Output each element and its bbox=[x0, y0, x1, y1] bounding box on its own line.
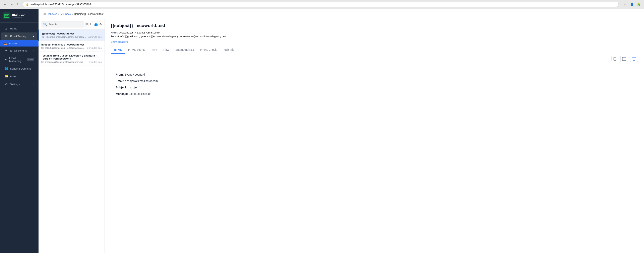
soon-badge: soon bbox=[27, 58, 34, 61]
message-item-1[interactable]: {{subject}} | ecoworld.test to: <ittoufi… bbox=[38, 30, 104, 41]
tablet-view-button[interactable] bbox=[620, 56, 628, 62]
main-content: ☰ Inboxes › My Inbox › {{subject}} | eco… bbox=[38, 9, 644, 253]
desktop-icon bbox=[632, 57, 636, 61]
profile-button[interactable]: 👤 bbox=[629, 1, 635, 7]
browser-chrome: ← → ↻ 🔒 mailtrap.io/inboxes/2569226/mess… bbox=[0, 0, 644, 9]
email-content-email-value: qesajewa@mailinator.com bbox=[125, 79, 158, 83]
message-meta-2: to: <ittoufiq@gmail.com, lozo@mailinato.… bbox=[41, 47, 102, 49]
sidebar-item-inboxes-label: Inboxes bbox=[8, 42, 18, 45]
inbox-icon: 📥 bbox=[4, 42, 7, 45]
email-field-subject: Subject: {{subject}} bbox=[116, 86, 633, 89]
message-to-3: to: <reservas@ecoworldtravelagency.pe> bbox=[41, 61, 84, 63]
search-input[interactable] bbox=[48, 23, 82, 26]
refresh-button[interactable]: ↻ bbox=[15, 1, 21, 7]
sidebar-item-email-testing[interactable]: ✉ Email Testing ▾ bbox=[1, 32, 37, 40]
svg-point-4 bbox=[624, 60, 624, 60]
email-sending-icon: ✈ bbox=[4, 49, 8, 52]
tab-html-source[interactable]: HTML Source bbox=[125, 46, 149, 54]
email-field-message: Mensaje: Est perspiciatis es bbox=[116, 92, 633, 95]
logo-text: mailtrap by railsware bbox=[12, 13, 24, 18]
message-time-1: a minute ago bbox=[88, 36, 102, 38]
chevron-down-icon: ▾ bbox=[33, 35, 34, 38]
list-settings-button[interactable]: ⚙ bbox=[99, 21, 102, 27]
email-to: To: <ittoufiq@gmail.com, gerencia@ecowor… bbox=[111, 35, 638, 38]
sidebar-item-sending-domains[interactable]: 🌐 Sending Domains bbox=[1, 65, 37, 72]
breadcrumb-my-inbox-link[interactable]: My Inbox bbox=[60, 12, 71, 15]
content-area: 🔍 ✉ ↻ 👥 ⚙ {{subject}} | ecoworld.test to… bbox=[38, 19, 644, 253]
message-subject-1: {{subject}} | ecoworld.test bbox=[42, 32, 102, 35]
menu-toggle-button[interactable]: ☰ bbox=[42, 11, 47, 16]
email-body: From: Sydney Leonard Email: qesajewa@mai… bbox=[105, 64, 644, 253]
tab-tech-info[interactable]: Tech Info bbox=[220, 46, 238, 54]
billing-chevron-icon: › bbox=[33, 75, 34, 78]
forward-button[interactable]: → bbox=[9, 1, 14, 7]
email-marketing-icon: ✦ bbox=[4, 58, 7, 61]
sidebar-item-email-sending-label: Email Sending bbox=[10, 49, 28, 52]
breadcrumb-sep-1: › bbox=[58, 12, 59, 15]
refresh-messages-button[interactable]: ↻ bbox=[90, 21, 93, 27]
app-layout: mailtrap by railsware ⌂ Home ✉ Email Tes… bbox=[0, 9, 644, 253]
email-field-email: Email: qesajewa@mailinator.com bbox=[116, 79, 633, 83]
tab-spam-analysis[interactable]: Spam Analysis bbox=[172, 46, 197, 54]
mailtrap-logo-icon bbox=[3, 12, 10, 19]
email-content-subject-value: {{subject}} bbox=[128, 86, 140, 89]
sidebar-nav: ⌂ Home ✉ Email Testing ▾ 📥 Inboxes ✈ Ema… bbox=[0, 23, 38, 253]
settings-icon: ⚙ bbox=[4, 82, 8, 86]
message-item-2[interactable]: In ut est omnis cup | ecoworld.test to: … bbox=[38, 41, 104, 52]
tab-raw[interactable]: Raw bbox=[160, 46, 172, 54]
from-label: From: bbox=[111, 31, 118, 34]
sidebar-item-email-testing-label: Email Testing bbox=[10, 35, 26, 38]
extensions-button[interactable]: 🧩 bbox=[636, 1, 642, 7]
browser-actions: ☆ 👤 🧩 bbox=[622, 1, 642, 7]
search-icon: 🔍 bbox=[43, 22, 47, 26]
tab-html-check[interactable]: HTML Check bbox=[197, 46, 220, 54]
to-value: <ittoufiq@gmail.com, gerencia@ecoworldtr… bbox=[115, 35, 226, 38]
email-content-box: From: Sydney Leonard Email: qesajewa@mai… bbox=[111, 68, 638, 108]
message-meta-3: to: <reservas@ecoworldtravelagency.pe> 4… bbox=[41, 61, 102, 63]
sidebar-item-home[interactable]: ⌂ Home bbox=[1, 25, 37, 32]
email-tabs: HTML HTML Source Text Raw Spam Analysis … bbox=[111, 46, 638, 54]
sidebar-item-email-marketing[interactable]: ✦ Email Marketing soon bbox=[1, 54, 37, 64]
email-content-message-label: Mensaje: bbox=[116, 92, 128, 95]
email-content-email-label: Email: bbox=[116, 79, 124, 83]
to-label: To: bbox=[111, 35, 114, 38]
logo-main-text: mailtrap bbox=[12, 13, 24, 16]
email-header: {{subject}} | ecoworld.test From: ecowor… bbox=[105, 19, 644, 54]
view-controls bbox=[105, 54, 644, 62]
from-value: ecoworld.test <ittoufiq@gmail.com> bbox=[119, 31, 160, 34]
email-viewer: {{subject}} | ecoworld.test From: ecowor… bbox=[105, 19, 644, 253]
sidebar-item-inboxes[interactable]: 📥 Inboxes bbox=[0, 40, 38, 46]
email-from: From: ecoworld.test <ittoufiq@gmail.com> bbox=[111, 31, 638, 34]
sidebar-item-settings[interactable]: ⚙ Settings › bbox=[1, 80, 37, 88]
message-subject-3: Test mail from Cusco: Diversión y aventu… bbox=[41, 54, 102, 60]
bookmark-button[interactable]: ☆ bbox=[622, 1, 628, 7]
sidebar: mailtrap by railsware ⌂ Home ✉ Email Tes… bbox=[0, 9, 38, 253]
back-button[interactable]: ← bbox=[2, 1, 8, 7]
tablet-icon bbox=[622, 57, 626, 61]
sidebar-item-email-marketing-label: Email Marketing bbox=[9, 56, 24, 62]
sidebar-item-email-sending[interactable]: ✈ Email Sending › bbox=[1, 47, 37, 54]
show-headers-link[interactable]: Show Headers bbox=[111, 40, 128, 43]
message-subject-2: In ut est omnis cup | ecoworld.test bbox=[41, 43, 102, 46]
mobile-view-button[interactable] bbox=[612, 56, 618, 62]
sidebar-item-settings-label: Settings bbox=[10, 83, 20, 86]
contacts-button[interactable]: 👥 bbox=[94, 21, 98, 27]
breadcrumb-inboxes-link[interactable]: Inboxes bbox=[48, 12, 57, 15]
tab-html[interactable]: HTML bbox=[111, 46, 125, 54]
breadcrumb-current-item: {{subject}} | ecoworld.test bbox=[74, 12, 104, 15]
search-box: 🔍 bbox=[41, 21, 84, 27]
sidebar-item-sending-domains-label: Sending Domains bbox=[10, 67, 32, 70]
desktop-view-button[interactable] bbox=[630, 56, 638, 62]
sidebar-item-billing[interactable]: 💳 Billing › bbox=[1, 73, 37, 80]
home-icon: ⌂ bbox=[4, 27, 8, 30]
message-meta-1: to: <ittoufiq@gmail.com, gerencia@ecow..… bbox=[42, 36, 102, 38]
email-content-from-label: From: bbox=[116, 73, 124, 76]
message-time-2: 3 minutes ago bbox=[87, 47, 102, 49]
sending-domains-icon: 🌐 bbox=[4, 67, 8, 70]
chevron-right-icon: › bbox=[33, 49, 34, 52]
compose-button[interactable]: ✉ bbox=[86, 21, 88, 27]
address-bar: 🔒 mailtrap.io/inboxes/2569226/messages/3… bbox=[23, 1, 619, 7]
message-item-3[interactable]: Test mail from Cusco: Diversión y aventu… bbox=[38, 52, 104, 66]
message-time-3: 4 minutes ago bbox=[87, 61, 102, 63]
sidebar-item-billing-label: Billing bbox=[10, 75, 17, 78]
